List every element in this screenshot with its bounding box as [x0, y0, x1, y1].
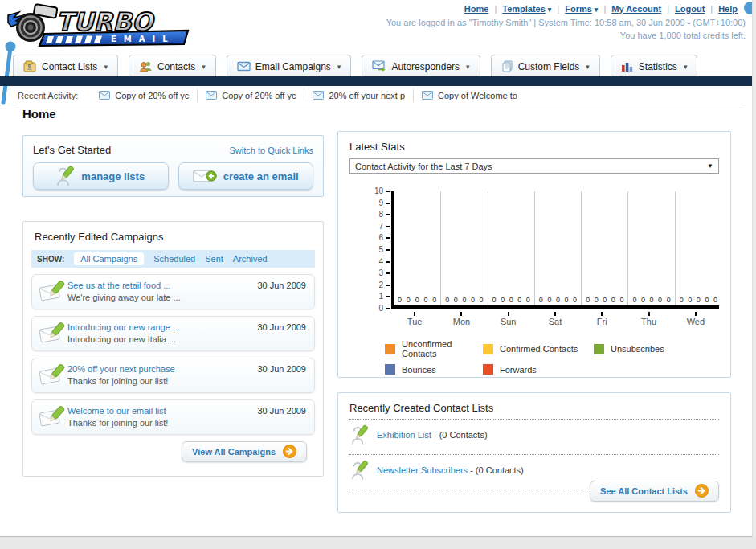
y-axis-tick-mark	[386, 214, 390, 215]
header-link-logout[interactable]: Logout	[675, 4, 705, 14]
campaign-title-link[interactable]: 20% off your next purchase	[67, 363, 175, 375]
x-axis-tick-mark	[414, 312, 415, 316]
envelope-pencil-icon	[39, 405, 67, 429]
tab-label: Contacts	[157, 61, 195, 72]
campaign-texts: Welcome to our email listThanks for join…	[67, 405, 168, 430]
view-all-campaigns-button[interactable]: View All Campaigns	[182, 441, 307, 462]
header-link-templates[interactable]: Templates▾	[502, 4, 551, 14]
value-label: 0	[407, 296, 411, 304]
legend-label: Confirmed Contacts	[500, 344, 578, 354]
campaign-card[interactable]: 20% off your next purchaseThanks for joi…	[31, 358, 315, 393]
tab-contact-lists[interactable]: Contact Lists▾	[13, 55, 118, 77]
header-link-separator: |	[557, 4, 559, 14]
chart-plot-area: 00000000000000000000000000000000000	[391, 191, 719, 309]
app-window: TURBO EMAIL Home|Templates▾|Forms▾|My Ac…	[0, 0, 753, 537]
see-all-contact-lists-button[interactable]: See All Contact Lists	[590, 481, 719, 502]
main-nav-tabs: Contact Lists▾Contacts▾Email Campaigns▾A…	[13, 55, 752, 77]
recent-activity-item[interactable]: Copy of Welcome to	[414, 89, 525, 102]
tab-label: Contact Lists	[42, 61, 97, 72]
chevron-down-icon: ▾	[595, 6, 599, 14]
y-axis-tick-mark	[386, 261, 390, 263]
switch-quick-links-link[interactable]: Switch to Quick Links	[229, 145, 313, 155]
contact-list-link[interactable]: Exhibition List	[377, 430, 431, 440]
arrow-circle-icon	[695, 484, 709, 499]
tab-label: Statistics	[639, 61, 677, 72]
value-label: 0	[556, 296, 560, 304]
manage-lists-button[interactable]: manage lists	[33, 162, 169, 190]
autoresponders-icon	[372, 60, 386, 72]
header-link-forms[interactable]: Forms▾	[565, 4, 598, 14]
legend-label: Unconfirmed Contacts	[402, 339, 483, 358]
value-label: 0	[603, 296, 607, 304]
activity-divider	[14, 104, 744, 104]
campaign-card[interactable]: See us at the retail food ...We're givin…	[31, 274, 315, 309]
tab-custom-fields[interactable]: Custom Fields▾	[491, 55, 600, 77]
y-axis-tick-label: 9	[359, 199, 383, 207]
value-label: 0	[688, 296, 692, 304]
tab-email-campaigns[interactable]: Email Campaigns▾	[227, 55, 352, 77]
filter-all-campaigns[interactable]: All Campaigns	[74, 252, 144, 265]
x-axis-tick-mark	[648, 312, 650, 316]
recent-contact-lists-panel: Recently Created Contact Lists Exhibitio…	[337, 392, 731, 513]
y-axis-tick-label: 0	[359, 304, 383, 313]
x-axis-category-label: Sat	[535, 317, 575, 326]
recent-activity-item[interactable]: Copy of 20% off yc	[91, 89, 198, 102]
campaign-title-link[interactable]: Welcome to our email list	[67, 405, 168, 417]
x-axis-category-label: Thu	[629, 317, 669, 326]
filter-scheduled[interactable]: Scheduled	[153, 254, 195, 264]
arrow-circle-icon	[283, 445, 296, 460]
contact-list-link[interactable]: Newsletter Subscribers	[377, 465, 468, 475]
value-label: 0	[517, 296, 521, 304]
campaign-subtitle: We're giving away our late ...	[67, 292, 181, 304]
campaign-date: 30 Jun 2009	[257, 281, 306, 290]
filter-sent[interactable]: Sent	[205, 254, 223, 264]
campaign-title-link[interactable]: See us at the retail food ...	[67, 280, 181, 292]
contact-activity-chart: 0000000000000000000000000000000000001234…	[349, 185, 719, 328]
tab-autoresponders[interactable]: Autoresponders▾	[362, 55, 480, 77]
y-axis-tick-mark	[386, 285, 390, 286]
chart-value-labels: 00000	[582, 296, 627, 304]
recent-activity-item[interactable]: Copy of 20% off yc	[198, 89, 304, 102]
y-axis-tick-mark	[386, 203, 390, 204]
y-axis-tick-mark	[386, 272, 390, 274]
recent-activity-item[interactable]: 20% off your next p	[304, 89, 414, 102]
value-label: 0	[641, 296, 645, 304]
chevron-down-icon: ▾	[104, 63, 108, 71]
x-axis-category-label: Fri	[582, 317, 622, 326]
value-label: 0	[632, 296, 636, 304]
create-an-email-button[interactable]: create an email	[178, 162, 314, 190]
x-axis-tick-mark	[460, 312, 462, 316]
campaign-texts: Introducing our new range ...Introducing…	[67, 322, 180, 346]
y-axis-tick-mark	[386, 226, 390, 227]
campaign-card[interactable]: Introducing our new range ...Introducing…	[31, 316, 315, 351]
campaign-card[interactable]: Welcome to our email listThanks for join…	[31, 399, 315, 435]
chevron-down-icon: ▾	[586, 63, 590, 71]
y-axis-tick-label: 5	[359, 245, 383, 254]
stats-period-value: Contact Activity for the Last 7 Days	[355, 162, 492, 171]
chart-group-tue: 00000	[394, 191, 440, 305]
legend-item-bounces: Bounces	[385, 364, 483, 375]
header-link-separator: |	[667, 4, 669, 14]
header-link-my-account[interactable]: My Account	[611, 4, 661, 14]
get-started-panel: Let's Get Started Switch to Quick Links …	[22, 135, 324, 197]
value-label: 0	[619, 296, 623, 304]
stats-period-dropdown[interactable]: Contact Activity for the Last 7 Days ▼	[349, 158, 719, 174]
chevron-down-icon: ▾	[466, 63, 470, 71]
latest-stats-panel: Latest Stats Contact Activity for the La…	[337, 131, 731, 378]
corner-dot-decoration	[744, 2, 753, 14]
login-line1: You are logged in as "Timothy Smith" | S…	[386, 17, 746, 30]
chart-value-labels: 00000	[488, 296, 534, 304]
header-link-home[interactable]: Home	[464, 4, 489, 14]
navy-divider-bar	[0, 76, 752, 86]
value-label: 0	[539, 296, 543, 304]
tab-contacts[interactable]: Contacts▾	[129, 55, 216, 77]
header-link-help[interactable]: Help	[718, 4, 738, 14]
tab-statistics[interactable]: Statistics▾	[611, 55, 698, 77]
filter-archived[interactable]: Archived	[233, 254, 268, 264]
x-axis-category-label: Sun	[488, 317, 529, 326]
value-label: 0	[492, 296, 497, 304]
value-label: 0	[573, 296, 577, 304]
campaign-title-link[interactable]: Introducing our new range ...	[67, 322, 180, 334]
value-label: 0	[667, 296, 671, 304]
value-label: 0	[432, 296, 436, 304]
